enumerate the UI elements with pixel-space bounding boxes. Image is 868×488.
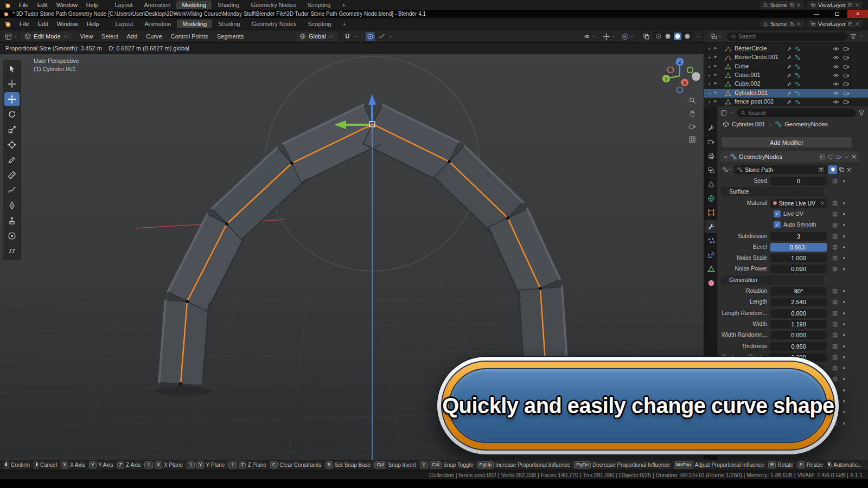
animate-property-dot[interactable] xyxy=(843,180,845,182)
outliner-row[interactable]: ▸BézierCircle.001 xyxy=(704,53,868,62)
new-scene-icon[interactable] xyxy=(789,22,794,27)
chevron-down-icon[interactable] xyxy=(859,34,864,38)
add-modifier-button[interactable]: Add Modifier xyxy=(722,137,852,147)
outliner-row[interactable]: ▸Cube xyxy=(704,62,868,71)
hide-viewport-icon[interactable] xyxy=(833,99,839,105)
tool-extrude-button[interactable] xyxy=(4,214,20,228)
chevron-down-icon[interactable] xyxy=(730,111,734,115)
menu-help[interactable]: Help xyxy=(82,20,104,28)
tool-transform-button[interactable] xyxy=(4,138,20,152)
outliner-row[interactable]: ▸BézierCircle xyxy=(704,44,868,53)
properties-tab-material[interactable] xyxy=(705,277,718,290)
viewport-menu-select[interactable]: Select xyxy=(97,33,123,40)
property-value-field[interactable]: 0.563 xyxy=(770,243,827,252)
properties-tab-world[interactable] xyxy=(705,192,718,205)
viewport-menu-segments[interactable]: Segments xyxy=(213,33,248,40)
viewlayer-selector[interactable]: ViewLayer xyxy=(807,20,863,28)
close-button[interactable]: × xyxy=(847,10,868,18)
property-value-field[interactable]: 2.540 xyxy=(770,298,827,306)
close-icon[interactable] xyxy=(851,154,857,159)
menu-file[interactable]: File xyxy=(15,20,34,28)
outliner-row[interactable]: ▸Cube.001 xyxy=(704,71,868,80)
property-value-field[interactable]: 0.000 xyxy=(770,331,827,339)
workspace-tab-modeling[interactable]: Modeling xyxy=(177,20,212,28)
hide-viewport-icon[interactable] xyxy=(833,72,839,79)
object-visibility-dropdown[interactable] xyxy=(582,32,598,41)
tool-annotate-button[interactable] xyxy=(4,153,20,167)
extras-chevron-icon[interactable] xyxy=(844,155,849,159)
material-field[interactable]: Stone Live UV xyxy=(770,199,827,208)
menu-edit[interactable]: Edit xyxy=(34,20,53,28)
scene-selector[interactable]: Scene xyxy=(760,20,804,28)
animate-property-dot[interactable] xyxy=(843,422,845,425)
viewlayer-selector[interactable]: ViewLayer xyxy=(807,1,863,9)
properties-tab-output[interactable] xyxy=(705,150,718,163)
overlays-dropdown[interactable] xyxy=(620,32,636,41)
hide-viewport-icon[interactable] xyxy=(833,54,839,61)
shading-material-active[interactable] xyxy=(674,33,681,40)
new-scene-icon[interactable] xyxy=(789,3,794,8)
outliner-search-input[interactable]: Search xyxy=(727,33,847,41)
unlink-material-icon[interactable] xyxy=(820,201,825,206)
shading-wireframe-icon[interactable] xyxy=(655,33,662,40)
maximize-button[interactable] xyxy=(827,10,847,18)
animate-property-dot[interactable] xyxy=(843,334,845,336)
animate-property-dot[interactable] xyxy=(843,224,845,226)
tool-select-button[interactable] xyxy=(4,62,20,76)
hide-viewport-icon[interactable] xyxy=(833,46,839,52)
checkbox-live-uv[interactable]: ✓ xyxy=(774,210,781,217)
orientation-dropdown[interactable]: Global xyxy=(296,32,337,41)
disable-render-icon[interactable] xyxy=(843,81,850,87)
modifier-name[interactable]: GeometryNodes xyxy=(739,153,818,160)
workspace-tab-shading[interactable]: Shading xyxy=(212,1,245,9)
breadcrumb-modifier[interactable]: GeometryNodes xyxy=(784,121,828,127)
tool-curve-pen-button[interactable] xyxy=(4,198,20,213)
property-value-field[interactable]: 0.090 xyxy=(770,265,827,273)
section-header-generation[interactable]: Generation xyxy=(722,275,824,285)
realtime-display-icon[interactable] xyxy=(828,154,834,160)
unlink-scene-icon[interactable] xyxy=(796,22,801,26)
expand-chevron-icon[interactable]: ▸ xyxy=(714,54,717,59)
menu-window[interactable]: Window xyxy=(52,1,82,9)
minimize-button[interactable]: — xyxy=(806,10,827,18)
expand-chevron-icon[interactable]: ▸ xyxy=(714,72,717,77)
tool-rotate-button[interactable] xyxy=(4,107,20,121)
workspace-tab-layout[interactable]: Layout xyxy=(110,20,138,28)
outliner-row[interactable]: ▸fence post.002 xyxy=(704,98,868,106)
falloff-curve-icon[interactable] xyxy=(378,33,385,40)
animate-property-dot[interactable] xyxy=(843,268,845,270)
properties-tab-object-data[interactable] xyxy=(705,262,718,275)
proportional-editing-toggle[interactable] xyxy=(366,32,375,41)
viewport-menu-control-points[interactable]: Control Points xyxy=(167,33,213,40)
outliner-editor-type-button[interactable] xyxy=(709,32,724,41)
workspace-tab-animation[interactable]: Animation xyxy=(138,1,176,9)
expand-chevron-icon[interactable]: ▸ xyxy=(714,98,717,104)
animate-property-dot[interactable] xyxy=(843,378,845,380)
menu-edit[interactable]: Edit xyxy=(33,1,52,9)
tool-move-button[interactable] xyxy=(4,92,20,106)
properties-tab-physics[interactable] xyxy=(705,248,718,261)
properties-tab-object[interactable] xyxy=(705,206,718,219)
shading-rendered-icon[interactable] xyxy=(684,33,691,40)
menu-window[interactable]: Window xyxy=(53,20,82,28)
workspace-tab-item[interactable]: + xyxy=(337,20,351,28)
expand-chevron-icon[interactable]: ▸ xyxy=(714,63,717,68)
tool-cursor-button[interactable] xyxy=(4,77,20,91)
xray-toggle-icon[interactable] xyxy=(643,33,650,40)
animate-property-dot[interactable] xyxy=(843,356,845,358)
disable-render-icon[interactable] xyxy=(843,99,850,105)
node-group-field[interactable]: Stone Path 7 xyxy=(735,165,827,174)
workspace-tab-item[interactable]: + xyxy=(336,1,350,9)
property-value-field[interactable]: 0 xyxy=(770,177,827,185)
viewport-menu-curve[interactable]: Curve xyxy=(142,33,166,40)
animate-property-dot[interactable] xyxy=(843,345,845,348)
menu-file[interactable]: File xyxy=(15,1,33,9)
outliner-row[interactable]: ▸Cylinder.001 xyxy=(704,89,868,98)
property-value-field[interactable]: 0.950 xyxy=(770,342,827,351)
edit-mode-display-icon[interactable] xyxy=(820,154,826,160)
remove-viewlayer-icon[interactable] xyxy=(855,3,859,7)
unlink-icon[interactable] xyxy=(846,167,852,172)
properties-tab-modifiers[interactable] xyxy=(705,220,718,233)
section-header-surface[interactable]: Surface xyxy=(722,187,824,196)
chevron-down-icon[interactable] xyxy=(388,34,393,38)
